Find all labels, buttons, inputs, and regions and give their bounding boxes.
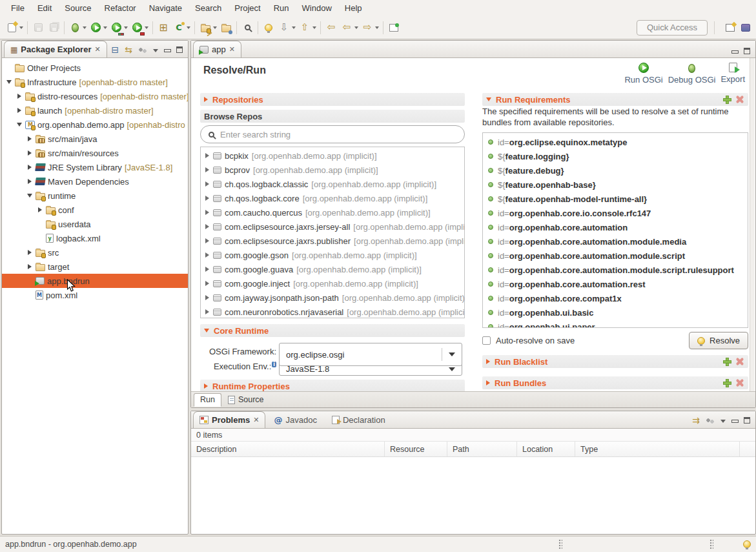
requirement-item[interactable]: id=org.openhab.core.automation.module.sc… (483, 249, 748, 263)
toolbar-coverage-icon[interactable] (108, 20, 129, 36)
chevron-right-icon[interactable] (205, 238, 210, 243)
dropdown-arrow-icon[interactable] (124, 26, 128, 29)
menu-run[interactable]: Run (268, 1, 295, 15)
tree-item-other-projects[interactable]: Other Projects (2, 61, 188, 75)
tab-problems[interactable]: Problems ✕ (193, 411, 265, 428)
chevron-right-icon[interactable] (205, 224, 210, 229)
column-header-type[interactable]: Type (575, 442, 740, 456)
menu-file[interactable]: File (5, 1, 30, 15)
tab-source[interactable]: Source (221, 393, 271, 407)
requirement-item[interactable]: id=org.openhab.core.automation.rest (483, 277, 748, 291)
maximize-icon[interactable] (744, 417, 750, 424)
tree-item-src[interactable]: src (2, 245, 188, 260)
remove-requirement-icon[interactable] (735, 95, 744, 104)
section-run-bundles[interactable]: Run Bundles (482, 376, 748, 389)
toolbar-new-wizard-icon[interactable] (4, 20, 25, 36)
requirement-item[interactable]: id=org.openhab.core.compat1x (483, 291, 748, 305)
requirement-item[interactable]: ${feature.logging} (483, 149, 748, 163)
column-header-path[interactable]: Path (447, 442, 517, 456)
close-icon[interactable]: ✕ (229, 45, 235, 54)
chevron-right-icon[interactable] (16, 94, 23, 99)
minimize-icon[interactable] (731, 48, 738, 54)
repo-item[interactable]: com.google.gson[org.openhab.demo.app (im… (201, 248, 464, 262)
chevron-down-icon[interactable] (16, 123, 23, 127)
maximize-icon[interactable] (176, 46, 183, 53)
menu-navigate[interactable]: Navigate (143, 1, 188, 15)
tree-item-app-bndrun[interactable]: app.bndrun (2, 274, 188, 288)
dropdown-arrow-icon[interactable] (19, 26, 23, 29)
export-button[interactable]: Export (720, 61, 746, 86)
repo-item[interactable]: com.jayway.jsonpath.json-path[org.openha… (201, 291, 464, 305)
column-header-resource[interactable]: Resource (385, 442, 447, 456)
tab-app-bndrun[interactable]: app ✕ (193, 41, 241, 57)
dropdown-arrow-icon[interactable] (145, 26, 148, 29)
tree-item-launch[interactable]: launch [openhab-distro master] (2, 103, 188, 118)
repo-item[interactable]: ch.qos.logback.core[org.openhab.demo.app… (201, 191, 464, 205)
chevron-right-icon[interactable] (205, 167, 210, 172)
chevron-right-icon[interactable] (16, 108, 23, 113)
tab-package-explorer[interactable]: ▦ Package Explorer ✕ (4, 41, 107, 57)
tree-item-runtime[interactable]: runtime (2, 189, 188, 203)
toolbar-prev-annotation-icon[interactable]: ⇧ (297, 20, 318, 36)
toolbar-next-annotation-icon[interactable]: ⇩ (276, 20, 297, 36)
open-perspective-icon[interactable] (724, 21, 737, 34)
close-icon[interactable]: ✕ (94, 45, 100, 54)
requirement-item[interactable]: id=org.eclipse.equinox.metatype (483, 135, 748, 149)
toolbar-back-icon[interactable]: ⇦ (339, 20, 360, 36)
dropdown-arrow-icon[interactable] (354, 26, 358, 29)
focus-on-active-task-icon[interactable] (138, 46, 147, 53)
tree-item-src-main-java[interactable]: src/main/java (2, 132, 188, 146)
repo-item[interactable]: com.neuronrobotics.nrjavaserial[org.open… (201, 305, 464, 318)
tree-item-maven-dependencies[interactable]: Maven Dependencies (2, 174, 188, 189)
requirement-item[interactable]: id=org.openhab.core.io.console.rfc147 (483, 206, 748, 220)
view-menu-icon[interactable] (720, 420, 726, 423)
remove-bundle-icon[interactable] (735, 378, 744, 387)
menu-edit[interactable]: Edit (32, 1, 57, 15)
tree-item-target[interactable]: target (2, 260, 188, 274)
toolbar-pin-editor-icon[interactable] (386, 20, 402, 36)
chevron-right-icon[interactable] (205, 210, 210, 215)
toolbar-save-icon[interactable] (30, 20, 46, 36)
tree-item-org-openhab-demo-app[interactable]: org.openhab.demo.app [openhab-distro mas… (2, 118, 188, 132)
tree-item-logback-xml[interactable]: ylogback.xml (2, 231, 188, 245)
chevron-right-icon[interactable] (205, 252, 210, 258)
repo-item[interactable]: bcprov[org.openhab.demo.app (implicit)] (201, 163, 464, 177)
menu-help[interactable]: Help (339, 1, 368, 15)
auto-resolve-checkbox[interactable] (482, 336, 491, 345)
editor-scrollbar[interactable] (750, 58, 755, 391)
toolbar-build-icon[interactable]: C (171, 20, 192, 36)
java-ee-perspective-icon[interactable] (739, 21, 752, 34)
chevron-right-icon[interactable] (205, 196, 210, 201)
requirement-item[interactable]: ${feature.openhab-base} (483, 178, 748, 192)
chevron-right-icon[interactable] (205, 153, 210, 158)
collapse-all-icon[interactable]: ⊟ (112, 45, 119, 54)
section-runtime-properties[interactable]: Runtime Properties (200, 380, 465, 391)
add-requirement-icon[interactable] (723, 96, 731, 104)
requirement-item[interactable]: id=org.openhab.core.automation (483, 220, 748, 234)
requirement-item[interactable]: ${feature.openhab-model-runtime-all} (483, 192, 748, 206)
dropdown-arrow-icon[interactable] (213, 26, 217, 29)
tree-item-conf[interactable]: conf (2, 203, 188, 217)
tree-item-jre-system-library[interactable]: JRE System Library [JavaSE-1.8] (2, 160, 188, 174)
menu-search[interactable]: Search (189, 1, 227, 15)
column-header-location[interactable]: Location (517, 442, 575, 456)
menu-source[interactable]: Source (59, 1, 97, 15)
chevron-right-icon[interactable] (205, 295, 210, 300)
tree-item-distro-resources[interactable]: distro-resources [openhab-distro master] (2, 89, 188, 103)
status-grip[interactable] (710, 539, 713, 549)
chevron-right-icon[interactable] (26, 250, 33, 255)
lightbulb-icon[interactable] (743, 540, 751, 548)
toolbar-bulb-icon[interactable] (261, 20, 276, 36)
tab-javadoc[interactable]: @ Javadoc (267, 411, 323, 428)
run-osgi-button[interactable]: Run OSGi (624, 61, 663, 86)
dropdown-arrow-icon[interactable] (103, 26, 107, 29)
repo-item[interactable]: com.google.inject[org.openhab.demo.app (… (201, 276, 464, 291)
menu-project[interactable]: Project (229, 1, 266, 15)
chevron-right-icon[interactable] (205, 309, 210, 314)
repo-item[interactable]: bcpkix[org.openhab.demo.app (implicit)] (201, 148, 464, 163)
chevron-right-icon[interactable] (26, 179, 33, 184)
section-repositories[interactable]: Repositories (200, 93, 465, 106)
menu-refactor[interactable]: Refactor (99, 1, 142, 15)
link-with-editor-icon[interactable]: ⇆ (125, 45, 132, 54)
toolbar-forward-icon[interactable]: ⇨ (360, 20, 380, 36)
